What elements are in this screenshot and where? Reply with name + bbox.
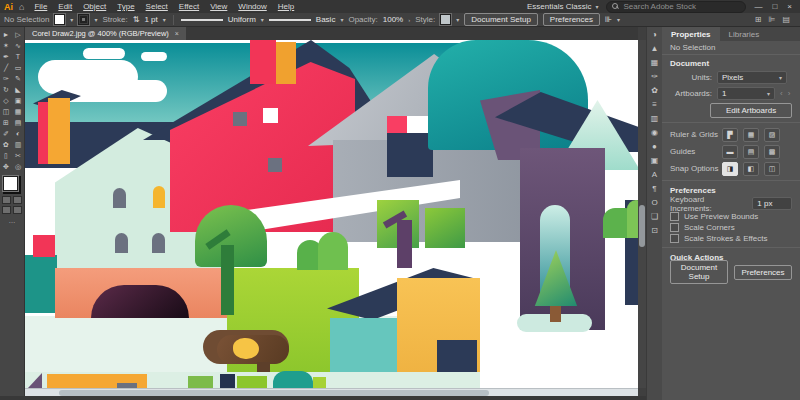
- show-grid-button[interactable]: ▦: [743, 128, 759, 142]
- tab-libraries[interactable]: Libraries: [720, 27, 769, 41]
- menu-effect[interactable]: Effect: [179, 2, 199, 11]
- maximize-button[interactable]: □: [772, 2, 777, 11]
- snap-to-grid-button[interactable]: ◨: [722, 162, 738, 176]
- eyedropper-tool[interactable]: ✐: [0, 128, 12, 139]
- menu-object[interactable]: Object: [83, 2, 106, 11]
- vertical-scroll-thumb[interactable]: [639, 205, 645, 247]
- width-tool[interactable]: ◇: [0, 95, 12, 106]
- line-segment-tool[interactable]: ╱: [0, 62, 12, 73]
- type-tool[interactable]: T: [12, 51, 24, 62]
- arrange-icon[interactable]: ⊞: [755, 15, 762, 24]
- mesh-tool[interactable]: ⊞: [0, 117, 12, 128]
- style-swatch[interactable]: [440, 14, 451, 25]
- close-icon[interactable]: ×: [175, 30, 179, 37]
- zoom-tool[interactable]: ◎: [12, 161, 24, 172]
- graphic-styles-panel-icon[interactable]: ▣: [651, 156, 659, 166]
- pen-tool[interactable]: ✒: [0, 51, 12, 62]
- slice-tool[interactable]: ✂: [12, 150, 24, 161]
- character-panel-icon[interactable]: A: [652, 170, 657, 180]
- color-button[interactable]: [2, 196, 11, 204]
- chevron-down-icon[interactable]: ▾: [456, 16, 459, 23]
- keyboard-increments-input[interactable]: 1 px: [752, 197, 792, 210]
- artboard-prev-icon[interactable]: ‹: [780, 89, 783, 98]
- gradient-button[interactable]: [13, 196, 22, 204]
- color-guide-panel-icon[interactable]: ▲: [651, 44, 659, 54]
- workspace-switcher[interactable]: Essentials Classic ▾: [527, 2, 598, 11]
- paintbrush-tool[interactable]: ✑: [0, 73, 12, 84]
- swatches-panel-icon[interactable]: ▦: [651, 58, 659, 68]
- chevron-down-icon[interactable]: ▾: [617, 16, 620, 23]
- opacity-expand-icon[interactable]: ›: [408, 17, 410, 23]
- artboards-select[interactable]: 1 ▾: [717, 87, 775, 100]
- smart-guides-button[interactable]: ▩: [764, 145, 780, 159]
- menu-select[interactable]: Select: [146, 2, 168, 11]
- chevron-down-icon[interactable]: ▾: [163, 16, 166, 23]
- pencil-tool[interactable]: ✎: [12, 73, 24, 84]
- quick-preferences-button[interactable]: Preferences: [734, 265, 792, 280]
- horizontal-scrollbar[interactable]: [25, 388, 638, 396]
- show-guides-button[interactable]: ▬: [722, 145, 738, 159]
- gradient-panel-icon[interactable]: ▥: [651, 114, 659, 124]
- rectangle-tool[interactable]: ▭: [12, 62, 24, 73]
- fill-stroke-indicator[interactable]: [3, 176, 21, 194]
- vertical-scrollbar[interactable]: [638, 40, 646, 388]
- show-transparency-grid-button[interactable]: ▨: [764, 128, 780, 142]
- search-input[interactable]: Search Adobe Stock: [606, 1, 746, 13]
- lock-guides-button[interactable]: ▤: [743, 145, 759, 159]
- chevron-down-icon[interactable]: ▾: [94, 16, 97, 23]
- menu-help[interactable]: Help: [278, 2, 294, 11]
- menu-type[interactable]: Type: [117, 2, 134, 11]
- units-select[interactable]: Pixels ▾: [717, 71, 787, 84]
- artboard-next-icon[interactable]: ›: [788, 89, 791, 98]
- transparency-panel-icon[interactable]: ◉: [651, 128, 658, 138]
- stroke-weight-value[interactable]: 1 pt: [144, 15, 157, 24]
- magic-wand-tool[interactable]: ✶: [0, 40, 12, 51]
- stroke-color-swatch[interactable]: [78, 14, 89, 25]
- quick-document-setup-button[interactable]: Document Setup: [670, 260, 728, 284]
- lasso-tool[interactable]: ∿: [12, 40, 24, 51]
- use-preview-bounds-checkbox[interactable]: [670, 212, 679, 221]
- menu-file[interactable]: File: [34, 2, 47, 11]
- home-icon[interactable]: ⌂: [19, 2, 24, 12]
- chevron-down-icon[interactable]: ▾: [261, 16, 264, 23]
- shape-builder-tool[interactable]: ◫: [0, 106, 12, 117]
- scale-strokes-effects-checkbox[interactable]: [670, 234, 679, 243]
- opacity-value[interactable]: 100%: [383, 15, 403, 24]
- menu-edit[interactable]: Edit: [58, 2, 72, 11]
- close-button[interactable]: ×: [787, 2, 792, 11]
- hand-tool[interactable]: ✥: [0, 161, 12, 172]
- draw-behind-button[interactable]: [13, 206, 22, 214]
- panel-menu-icon[interactable]: ▤: [782, 15, 790, 24]
- preferences-button[interactable]: Preferences: [543, 13, 600, 26]
- selection-tool[interactable]: ►: [0, 29, 12, 40]
- direct-selection-tool[interactable]: ▷: [12, 29, 24, 40]
- document-tab[interactable]: Corel Draw2.jpg @ 400% (RGB/Preview) ×: [25, 27, 186, 40]
- canvas-artboard[interactable]: [25, 40, 638, 388]
- free-transform-tool[interactable]: ▣: [12, 95, 24, 106]
- symbols-panel-icon[interactable]: ✿: [651, 86, 658, 96]
- edit-artboards-button[interactable]: Edit Artboards: [710, 103, 792, 118]
- perspective-grid-tool[interactable]: ▦: [12, 106, 24, 117]
- gradient-tool[interactable]: ▤: [12, 117, 24, 128]
- chevron-down-icon[interactable]: ▾: [340, 16, 343, 23]
- paragraph-panel-icon[interactable]: ¶: [652, 184, 656, 194]
- tab-properties[interactable]: Properties: [662, 27, 720, 41]
- stroke-panel-icon[interactable]: ≡: [652, 100, 657, 110]
- opentype-panel-icon[interactable]: O: [651, 198, 657, 208]
- fill-swatch[interactable]: [3, 176, 18, 191]
- brush-dropdown[interactable]: Basic: [316, 15, 336, 24]
- color-panel-icon[interactable]: ◑: [652, 30, 657, 40]
- column-graph-tool[interactable]: ▥: [12, 139, 24, 150]
- menu-view[interactable]: View: [210, 2, 227, 11]
- minimize-button[interactable]: —: [754, 2, 762, 11]
- document-setup-button[interactable]: Document Setup: [464, 13, 538, 26]
- width-profile-dropdown[interactable]: Uniform: [228, 15, 256, 24]
- draw-normal-button[interactable]: [2, 206, 11, 214]
- layers-panel-icon[interactable]: ❏: [651, 212, 658, 222]
- show-rulers-button[interactable]: ▛: [722, 128, 738, 142]
- menu-window[interactable]: Window: [238, 2, 266, 11]
- scale-corners-checkbox[interactable]: [670, 223, 679, 232]
- snap-to-pixel-button[interactable]: ◧: [743, 162, 759, 176]
- blend-tool[interactable]: ◐: [12, 128, 24, 139]
- dock-icon[interactable]: ⊫: [768, 15, 775, 24]
